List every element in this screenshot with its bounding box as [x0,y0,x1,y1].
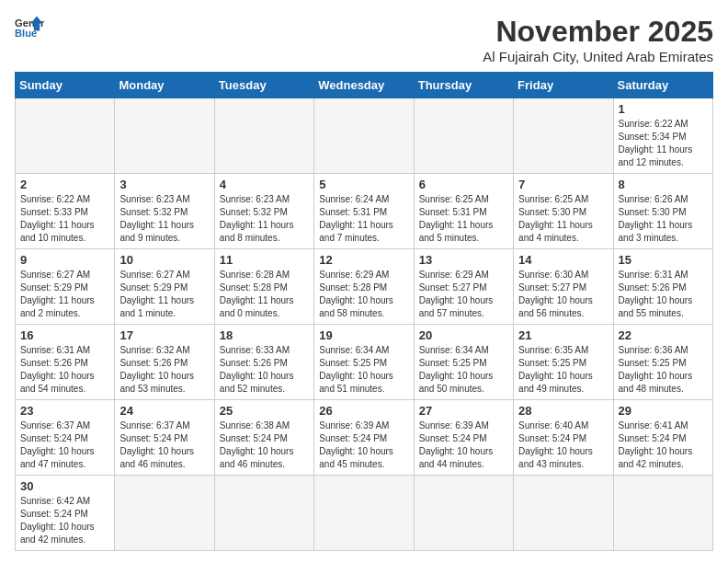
day-info: Sunrise: 6:31 AM Sunset: 5:26 PM Dayligh… [619,269,708,320]
calendar-week-row: 2Sunrise: 6:22 AM Sunset: 5:33 PM Daylig… [16,174,713,249]
location-title: Al Fujairah City, United Arab Emirates [483,49,713,64]
day-info: Sunrise: 6:42 AM Sunset: 5:24 PM Dayligh… [20,495,109,546]
day-number: 1 [619,102,708,116]
calendar-day-cell: 17Sunrise: 6:32 AM Sunset: 5:26 PM Dayli… [115,325,214,400]
calendar-day-cell: 27Sunrise: 6:39 AM Sunset: 5:24 PM Dayli… [414,400,513,476]
calendar-day-cell: 30Sunrise: 6:42 AM Sunset: 5:24 PM Dayli… [16,476,115,551]
weekday-header-cell: Monday [115,73,214,98]
calendar-week-row: 23Sunrise: 6:37 AM Sunset: 5:24 PM Dayli… [16,400,713,476]
day-info: Sunrise: 6:26 AM Sunset: 5:30 PM Dayligh… [619,193,708,245]
day-number: 11 [220,253,309,267]
calendar-day-cell: 15Sunrise: 6:31 AM Sunset: 5:26 PM Dayli… [613,249,712,325]
calendar-day-cell: 3Sunrise: 6:23 AM Sunset: 5:32 PM Daylig… [115,174,214,249]
day-number: 25 [220,404,309,418]
calendar-day-cell: 19Sunrise: 6:34 AM Sunset: 5:25 PM Dayli… [314,325,414,400]
weekday-header-cell: Wednesday [314,73,414,98]
calendar-day-cell: 1Sunrise: 6:22 AM Sunset: 5:34 PM Daylig… [613,98,712,174]
calendar-day-cell: 7Sunrise: 6:25 AM Sunset: 5:30 PM Daylig… [514,174,613,249]
day-info: Sunrise: 6:24 AM Sunset: 5:31 PM Dayligh… [319,193,408,245]
day-info: Sunrise: 6:35 AM Sunset: 5:25 PM Dayligh… [518,344,608,396]
title-area: November 2025 Al Fujairah City, United A… [483,15,713,64]
day-info: Sunrise: 6:27 AM Sunset: 5:29 PM Dayligh… [119,269,209,320]
calendar-day-cell: 21Sunrise: 6:35 AM Sunset: 5:25 PM Dayli… [514,325,613,400]
calendar-day-cell: 16Sunrise: 6:31 AM Sunset: 5:26 PM Dayli… [16,325,115,400]
calendar-day-cell [214,98,313,174]
day-number: 8 [619,178,708,191]
calendar-day-cell [314,98,414,174]
calendar-day-cell [414,476,513,551]
calendar-day-cell [514,476,613,551]
day-number: 3 [119,178,209,191]
day-info: Sunrise: 6:39 AM Sunset: 5:24 PM Dayligh… [319,419,408,471]
day-number: 23 [20,404,109,418]
weekday-header-cell: Friday [514,73,613,98]
day-number: 30 [20,479,109,493]
svg-text:Blue: Blue [15,28,37,39]
day-number: 14 [518,253,608,267]
day-info: Sunrise: 6:39 AM Sunset: 5:24 PM Dayligh… [419,419,508,471]
calendar-week-row: 1Sunrise: 6:22 AM Sunset: 5:34 PM Daylig… [16,98,713,174]
day-info: Sunrise: 6:34 AM Sunset: 5:25 PM Dayligh… [419,344,508,396]
calendar-day-cell: 5Sunrise: 6:24 AM Sunset: 5:31 PM Daylig… [314,174,414,249]
day-info: Sunrise: 6:40 AM Sunset: 5:24 PM Dayligh… [518,419,608,471]
day-number: 27 [419,404,508,418]
day-number: 10 [119,253,209,267]
calendar-day-cell: 10Sunrise: 6:27 AM Sunset: 5:29 PM Dayli… [115,249,214,325]
weekday-header-cell: Thursday [414,73,513,98]
day-info: Sunrise: 6:29 AM Sunset: 5:27 PM Dayligh… [419,269,508,320]
day-number: 28 [518,404,608,418]
weekday-header-cell: Saturday [613,73,712,98]
month-title: November 2025 [483,15,713,49]
day-number: 19 [319,328,408,342]
day-info: Sunrise: 6:22 AM Sunset: 5:33 PM Dayligh… [20,193,109,245]
day-number: 22 [619,328,708,342]
day-number: 12 [319,253,408,267]
logo-icon: General Blue [15,15,44,40]
day-number: 15 [619,253,708,267]
calendar-day-cell: 8Sunrise: 6:26 AM Sunset: 5:30 PM Daylig… [613,174,712,249]
calendar-day-cell: 6Sunrise: 6:25 AM Sunset: 5:31 PM Daylig… [414,174,513,249]
calendar-week-row: 9Sunrise: 6:27 AM Sunset: 5:29 PM Daylig… [16,249,713,325]
calendar-day-cell: 18Sunrise: 6:33 AM Sunset: 5:26 PM Dayli… [214,325,313,400]
calendar-day-cell: 11Sunrise: 6:28 AM Sunset: 5:28 PM Dayli… [214,249,313,325]
day-info: Sunrise: 6:23 AM Sunset: 5:32 PM Dayligh… [220,193,309,245]
day-info: Sunrise: 6:34 AM Sunset: 5:25 PM Dayligh… [319,344,408,396]
calendar-day-cell: 9Sunrise: 6:27 AM Sunset: 5:29 PM Daylig… [16,249,115,325]
day-number: 18 [220,328,309,342]
day-info: Sunrise: 6:36 AM Sunset: 5:25 PM Dayligh… [619,344,708,396]
weekday-header: SundayMondayTuesdayWednesdayThursdayFrid… [16,73,713,98]
day-number: 21 [518,328,608,342]
calendar-day-cell [414,98,513,174]
day-info: Sunrise: 6:27 AM Sunset: 5:29 PM Dayligh… [20,269,109,320]
calendar-day-cell: 13Sunrise: 6:29 AM Sunset: 5:27 PM Dayli… [414,249,513,325]
calendar-day-cell [514,98,613,174]
day-number: 13 [419,253,508,267]
day-info: Sunrise: 6:38 AM Sunset: 5:24 PM Dayligh… [220,419,309,471]
calendar-day-cell: 2Sunrise: 6:22 AM Sunset: 5:33 PM Daylig… [16,174,115,249]
calendar-week-row: 30Sunrise: 6:42 AM Sunset: 5:24 PM Dayli… [16,476,713,551]
calendar-day-cell: 23Sunrise: 6:37 AM Sunset: 5:24 PM Dayli… [16,400,115,476]
calendar-day-cell: 29Sunrise: 6:41 AM Sunset: 5:24 PM Dayli… [613,400,712,476]
calendar-day-cell [214,476,313,551]
weekday-header-cell: Tuesday [214,73,313,98]
day-info: Sunrise: 6:25 AM Sunset: 5:30 PM Dayligh… [518,193,608,245]
day-info: Sunrise: 6:31 AM Sunset: 5:26 PM Dayligh… [20,344,109,396]
calendar-day-cell: 20Sunrise: 6:34 AM Sunset: 5:25 PM Dayli… [414,325,513,400]
day-number: 7 [518,178,608,191]
day-info: Sunrise: 6:30 AM Sunset: 5:27 PM Dayligh… [518,269,608,320]
day-number: 20 [419,328,508,342]
calendar-body: 1Sunrise: 6:22 AM Sunset: 5:34 PM Daylig… [16,98,713,551]
day-number: 4 [220,178,309,191]
calendar-day-cell [314,476,414,551]
day-info: Sunrise: 6:32 AM Sunset: 5:26 PM Dayligh… [119,344,209,396]
day-info: Sunrise: 6:37 AM Sunset: 5:24 PM Dayligh… [119,419,209,471]
calendar-day-cell: 24Sunrise: 6:37 AM Sunset: 5:24 PM Dayli… [115,400,214,476]
day-info: Sunrise: 6:37 AM Sunset: 5:24 PM Dayligh… [20,419,109,471]
calendar-day-cell: 22Sunrise: 6:36 AM Sunset: 5:25 PM Dayli… [613,325,712,400]
calendar-day-cell [115,476,214,551]
calendar-week-row: 16Sunrise: 6:31 AM Sunset: 5:26 PM Dayli… [16,325,713,400]
day-number: 5 [319,178,408,191]
day-number: 16 [20,328,109,342]
day-number: 26 [319,404,408,418]
calendar-day-cell: 12Sunrise: 6:29 AM Sunset: 5:28 PM Dayli… [314,249,414,325]
